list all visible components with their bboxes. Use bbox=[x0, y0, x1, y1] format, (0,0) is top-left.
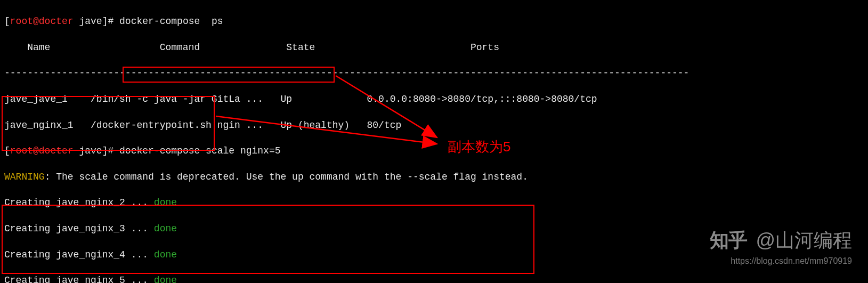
warning-line: WARNING: The scale command is deprecated… bbox=[4, 171, 864, 183]
watermark-url: https://blog.csdn.net/mm970919 bbox=[731, 255, 852, 267]
table-header-1: Name Command State Ports bbox=[4, 41, 864, 54]
watermark-zhihu: 知乎 @山河编程 bbox=[710, 228, 852, 254]
highlight-box-command bbox=[123, 67, 335, 83]
creating-line: Creating jave_nginx_5 ... done bbox=[4, 274, 864, 283]
highlight-box-results bbox=[2, 205, 534, 274]
prompt-line-1: [root@docter jave]# docker-compose ps bbox=[4, 15, 864, 28]
highlight-box-creating bbox=[2, 96, 215, 151]
command-ps-1: docker-compose ps bbox=[119, 16, 223, 27]
annotation-label: 副本数为5 bbox=[448, 138, 510, 156]
